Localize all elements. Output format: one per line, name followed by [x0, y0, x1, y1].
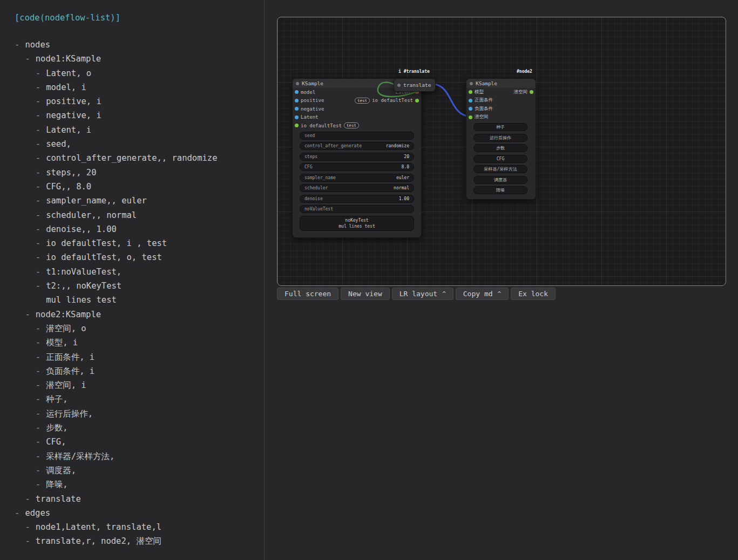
outline-line-text: nodes: [25, 40, 50, 50]
canvas-toolbar: Full screenNew viewLR layout^Copy md^Ex …: [277, 288, 556, 300]
widget-row[interactable]: sampler_nameeuler: [300, 174, 414, 182]
widget-row[interactable]: noValueTest: [300, 205, 414, 213]
node2-ksample[interactable]: KSample 模型潜空间正面条件负面条件潜空间 种子运行后操作步数CFG采样器…: [466, 78, 536, 200]
node1-widgets: seedcontrol_after_generaterandomizesteps…: [293, 130, 421, 237]
button-label: LR layout: [400, 290, 437, 298]
outline-line: -CFG,: [0, 435, 262, 449]
widget-row[interactable]: steps20: [300, 153, 414, 161]
list-bullet: -: [36, 435, 46, 449]
widget-row[interactable]: seed: [300, 132, 414, 140]
list-bullet: -: [36, 166, 46, 180]
list-bullet: -: [36, 66, 46, 80]
outline-line-text: sampler_name,, euler: [46, 196, 147, 206]
input-port-model-dot[interactable]: [295, 90, 299, 94]
node2-ports: 模型潜空间正面条件负面条件潜空间: [466, 88, 536, 121]
input-port-io-defaulttest-dot[interactable]: [295, 124, 299, 127]
widget-row[interactable]: CFG: [473, 155, 527, 163]
input-port-dot[interactable]: [469, 90, 472, 94]
button-label: Ex lock: [518, 290, 548, 298]
widget-value: 8.0: [402, 165, 409, 169]
input-port-dot[interactable]: [469, 99, 472, 103]
widget-row[interactable]: 降噪: [473, 186, 527, 194]
node2-header[interactable]: KSample: [466, 79, 536, 88]
outline-line: -translate: [0, 492, 262, 506]
input-port-latent-dot[interactable]: [295, 115, 299, 119]
node1-ksample[interactable]: KSample model Latent positive test io de…: [292, 78, 422, 238]
new-view-button[interactable]: New view: [341, 288, 390, 300]
outline-line-text: seed,: [46, 139, 71, 149]
outline-line-text: translate: [36, 494, 81, 504]
translate-node-label: i #translate: [398, 69, 430, 74]
list-bullet: -: [36, 80, 46, 94]
widget-row[interactable]: 步数: [473, 144, 527, 152]
widget-line: noKeyTest: [304, 217, 409, 223]
outline-line-text: 降噪,: [46, 480, 67, 489]
widget-row-multiline[interactable]: noKeyTestmul lines test: [300, 216, 414, 231]
widget-label: seed: [304, 133, 315, 138]
outline-line: -model, i: [0, 80, 262, 94]
outline-line-text: scheduler,, normal: [46, 210, 137, 220]
widget-row[interactable]: 种子: [473, 123, 527, 131]
outline-line-text: CFG,: [46, 437, 66, 447]
nodeflow-outline-panel: [code(nodeflow-list)] -nodes-node1:KSamp…: [0, 0, 264, 560]
outline-line-text: mul lines test: [46, 295, 117, 305]
outline-line-text: node2:KSample: [36, 310, 101, 319]
widget-row[interactable]: schedulernormal: [300, 184, 414, 192]
outline-line: -steps,, 20: [0, 166, 262, 180]
widget-label: 运行后操作: [490, 135, 511, 141]
widget-label: noValueTest: [304, 207, 333, 211]
dropdown-caret-icon: ^: [442, 290, 446, 297]
outline-line: -调度器,: [0, 463, 262, 477]
outline-line-text: 种子,: [46, 394, 67, 404]
widget-row[interactable]: 调度器: [473, 176, 527, 184]
outline-line-text: t1:noValueTest,: [46, 267, 121, 277]
outline-line-text: Latent, o: [46, 69, 91, 78]
widget-row[interactable]: denoise1.00: [300, 195, 414, 203]
node2-widgets: 种子运行后操作步数CFG采样器/采样方法调度器降噪: [466, 121, 536, 199]
input-port-negative-dot[interactable]: [295, 107, 299, 111]
outline-line-text: control_after_generate,, randomize: [46, 153, 217, 163]
edge-translate-to-node2-latent[interactable]: [435, 84, 470, 117]
widget-row[interactable]: CFG8.0: [300, 163, 414, 171]
outline-line: -io defaultTest, o, test: [0, 250, 262, 264]
list-bullet: -: [36, 364, 46, 378]
list-bullet: -: [25, 534, 35, 548]
ex-lock-button[interactable]: Ex lock: [511, 288, 556, 300]
port-row: 模型潜空间: [466, 88, 536, 97]
outline-list: -nodes-node1:KSample-Latent, o-model, i-…: [0, 38, 262, 549]
port-row: Latent: [293, 113, 421, 122]
outline-line-text: steps,, 20: [46, 168, 96, 177]
widget-row[interactable]: control_after_generaterandomize: [300, 142, 414, 150]
input-port-dot[interactable]: [469, 115, 472, 119]
outline-line-text: 采样器/采样方法,: [46, 452, 114, 461]
input-port-positive-dot[interactable]: [295, 99, 299, 103]
widget-label: sampler_name: [304, 175, 336, 180]
node-title: translate: [403, 82, 431, 88]
list-bullet: -: [36, 236, 46, 250]
outline-line-text: node1:KSample: [36, 54, 101, 64]
outline-line: -sampler_name,, euler: [0, 194, 262, 208]
widget-label: 采样器/采样方法: [484, 166, 517, 172]
input-port-label: 潜空间: [475, 114, 489, 120]
copy-md-button[interactable]: Copy md^: [456, 288, 509, 300]
list-bullet: -: [36, 194, 46, 208]
outline-line: -模型, i: [0, 336, 262, 350]
lr-layout-button[interactable]: LR layout^: [392, 288, 453, 300]
outline-line-text: Latent, i: [46, 125, 91, 135]
list-bullet: -: [36, 108, 46, 122]
output-port-dot[interactable]: [530, 90, 533, 94]
translate-node[interactable]: translate: [394, 78, 436, 92]
outline-line: -降噪,: [0, 477, 262, 491]
list-bullet: -: [36, 265, 46, 279]
outline-line-text: node1,Latent, translate,l: [36, 522, 161, 532]
widget-row[interactable]: 采样器/采样方法: [473, 165, 527, 173]
outline-line-text: t2:,, noKeyTest: [46, 281, 121, 291]
input-port-dot[interactable]: [469, 107, 472, 111]
widget-row[interactable]: 运行后操作: [473, 134, 527, 142]
outline-line: -正面条件, i: [0, 350, 262, 364]
list-bullet: -: [36, 137, 46, 151]
output-port-io-defaulttest-dot[interactable]: [415, 99, 419, 103]
nodeflow-canvas[interactable]: KSample model Latent positive test io de…: [277, 17, 726, 286]
translate-node-header[interactable]: translate: [394, 79, 435, 91]
full-screen-button[interactable]: Full screen: [277, 288, 338, 300]
